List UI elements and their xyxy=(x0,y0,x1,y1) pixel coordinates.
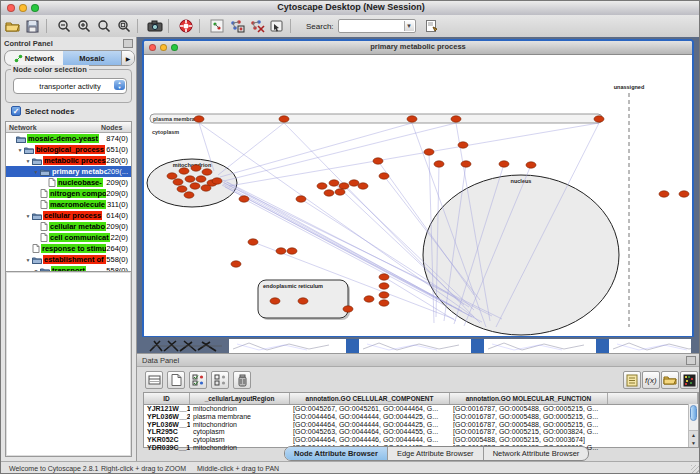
tab-mosaic[interactable]: Mosaic xyxy=(63,51,121,65)
graph-node[interactable] xyxy=(287,248,297,254)
hidden-window-edge[interactable] xyxy=(596,339,609,353)
attribute-list-button[interactable] xyxy=(623,371,641,389)
tree-row-primary-metabo[interactable]: ▼primary metabo209(... xyxy=(6,166,131,177)
graph-node[interactable] xyxy=(339,183,349,189)
graph-node[interactable] xyxy=(379,300,389,306)
birds-eye-view[interactable] xyxy=(5,271,132,457)
expander-icon[interactable]: ▼ xyxy=(16,147,24,153)
background-windows-strip[interactable] xyxy=(137,339,700,353)
import-attributes-button[interactable] xyxy=(145,371,163,389)
graph-node[interactable] xyxy=(317,183,327,189)
graph-node[interactable] xyxy=(194,116,204,122)
graph-node[interactable] xyxy=(407,116,417,122)
zoom-out-icon[interactable] xyxy=(55,18,72,35)
table-scrollbar[interactable]: ▲▼ xyxy=(688,404,698,447)
hidden-window-edge[interactable] xyxy=(346,339,359,353)
graph-node[interactable] xyxy=(461,161,471,167)
graph-node[interactable] xyxy=(679,191,689,197)
hidden-window-fragment[interactable] xyxy=(484,339,596,353)
tree-row-response-to-stimulu[interactable]: response to stimulu264(0) xyxy=(6,243,131,254)
graph-node[interactable] xyxy=(201,185,211,191)
vizmapper-icon[interactable] xyxy=(268,18,285,35)
zoom-selected-region-icon[interactable] xyxy=(95,18,112,35)
open-attribute-folder-button[interactable] xyxy=(661,371,679,389)
create-attribute-button[interactable] xyxy=(167,371,185,389)
graph-node[interactable] xyxy=(424,149,434,155)
graph-node[interactable] xyxy=(379,283,389,289)
graph-node[interactable] xyxy=(212,178,222,184)
formula-builder-button[interactable]: f(x) xyxy=(642,371,660,389)
graph-node[interactable] xyxy=(451,116,461,122)
delete-attribute-button[interactable] xyxy=(233,371,251,389)
control-panel-float-icon[interactable] xyxy=(123,39,133,48)
hidden-window-fragment[interactable] xyxy=(609,339,691,353)
column-header-3[interactable]: annotation.GO MOLECULAR_FUNCTION xyxy=(450,393,608,404)
graph-node[interactable] xyxy=(231,261,241,267)
network-view-title-bar[interactable]: primary metabolic process xyxy=(144,41,692,55)
table-row[interactable]: YPL036W__1mitochondrion[GO:0044464, GO:0… xyxy=(144,421,698,429)
graph-node[interactable] xyxy=(329,180,339,186)
network-canvas[interactable]: plasma membranecytoplasmmitochondrionnuc… xyxy=(144,55,692,336)
expander-icon[interactable]: ▼ xyxy=(32,169,40,175)
column-header-1[interactable]: _cellularLayoutRegion xyxy=(190,393,290,404)
tree-row-macromolecule[interactable]: macromolecule311(0) xyxy=(6,199,131,210)
data-panel-float-icon[interactable] xyxy=(686,356,696,365)
take-snapshot-icon[interactable] xyxy=(146,18,163,35)
graph-node[interactable] xyxy=(276,248,286,254)
expander-icon[interactable]: ▼ xyxy=(24,257,32,263)
help-lifering-icon[interactable] xyxy=(177,18,194,35)
graph-node[interactable] xyxy=(239,196,249,202)
graph-node[interactable] xyxy=(202,169,212,175)
graph-node[interactable] xyxy=(324,190,334,196)
graph-node[interactable] xyxy=(335,189,345,195)
zoom-fit-content-icon[interactable] xyxy=(115,18,132,35)
graph-node[interactable] xyxy=(349,180,359,186)
column-header-2[interactable]: annotation.GO CELLULAR_COMPONENT xyxy=(290,393,450,404)
select-attributes-button[interactable] xyxy=(189,371,207,389)
graph-node[interactable] xyxy=(364,296,374,302)
hidden-window-fragment[interactable] xyxy=(359,339,471,353)
search-input[interactable]: ▼ xyxy=(338,19,416,33)
graph-node[interactable] xyxy=(196,176,206,182)
tab-network-attribute-browser[interactable]: Network Attribute Browser xyxy=(484,447,589,460)
select-nodes-checkbox[interactable]: ✓ xyxy=(11,106,21,116)
graph-node[interactable] xyxy=(298,298,308,304)
graph-node[interactable] xyxy=(270,298,280,304)
expander-icon[interactable]: ▼ xyxy=(24,158,32,164)
graph-node[interactable] xyxy=(526,162,536,168)
tree-row-cellular-metabo[interactable]: cellular metabo209(0) xyxy=(6,221,131,232)
tree-row-establishment-of-lo[interactable]: ▼establishment of lo558(0) xyxy=(6,254,131,265)
unselect-attributes-button[interactable] xyxy=(211,371,229,389)
create-network-view-icon[interactable] xyxy=(228,18,245,35)
scrollbar-arrows[interactable]: ▲▼ xyxy=(689,430,698,447)
scrollbar-thumb[interactable] xyxy=(690,405,697,421)
graph-node[interactable] xyxy=(379,274,389,280)
table-row[interactable]: YLR295Ccytoplasm[GO:0045263, GO:0044464,… xyxy=(144,428,698,436)
save-session-icon[interactable] xyxy=(24,18,41,35)
graph-node[interactable] xyxy=(499,161,509,167)
attribute-matrix-button[interactable] xyxy=(680,371,698,389)
graph-node[interactable] xyxy=(379,292,389,298)
tab-edge-attribute-browser[interactable]: Edge Attribute Browser xyxy=(388,447,484,460)
tree-row-mosaic-demo-yeast[interactable]: mosaic-demo-yeast874(0) xyxy=(6,133,131,144)
graph-node[interactable] xyxy=(190,183,200,189)
hidden-window-fragment[interactable] xyxy=(229,339,346,353)
graphics-details-icon[interactable] xyxy=(208,18,225,35)
graph-node[interactable] xyxy=(167,173,177,179)
annotation-icon[interactable] xyxy=(424,18,441,35)
graph-node[interactable] xyxy=(373,158,383,164)
open-session-icon[interactable] xyxy=(4,18,21,35)
graph-node[interactable] xyxy=(358,183,368,189)
tree-row-metabolic-process[interactable]: ▼metabolic process280(0) xyxy=(6,155,131,166)
destroy-network-view-icon[interactable] xyxy=(248,18,265,35)
graph-node[interactable] xyxy=(379,173,389,179)
graph-node[interactable] xyxy=(177,186,187,192)
graph-node[interactable] xyxy=(458,142,468,148)
graph-node[interactable] xyxy=(279,116,289,122)
search-dropdown-arrow-icon[interactable]: ▼ xyxy=(404,21,414,31)
graph-node[interactable] xyxy=(191,165,201,171)
expander-icon[interactable]: ▼ xyxy=(24,213,32,219)
tree-row-cellular-process[interactable]: ▼cellular process614(0) xyxy=(6,210,131,221)
zoom-in-icon[interactable] xyxy=(75,18,92,35)
tree-row-cell-communicat[interactable]: cell communicat22(0) xyxy=(6,232,131,243)
